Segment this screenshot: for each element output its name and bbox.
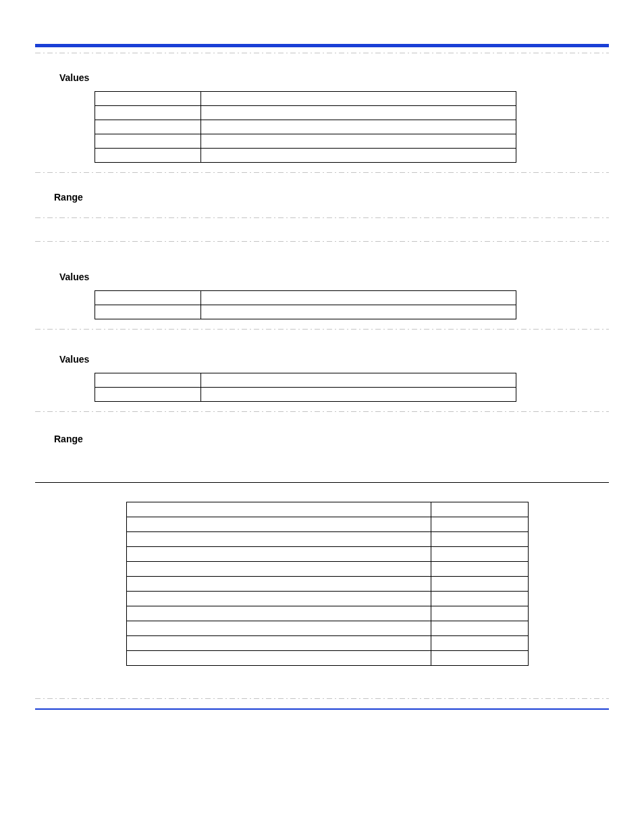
table-cell: [127, 636, 431, 651]
table-cell: [127, 517, 431, 532]
table-cell: [200, 149, 516, 163]
section-label-range-2: Range: [35, 434, 609, 444]
table-row: [95, 149, 516, 163]
table-cell: [127, 592, 431, 606]
table-cell: [95, 291, 201, 305]
divider-dashdot: [35, 172, 609, 173]
solid-divider: [35, 482, 609, 483]
values-table-3: [95, 373, 516, 402]
table-cell: [200, 373, 516, 388]
divider-dashdot: [35, 329, 609, 330]
table-row: [95, 92, 516, 106]
table-row: [127, 562, 529, 577]
divider-dashdot: [35, 241, 609, 242]
table-cell: [431, 532, 529, 547]
section-label-values-3: Values: [35, 354, 609, 365]
table-row: [127, 532, 529, 547]
table-cell: [200, 305, 516, 319]
section-label-values-2: Values: [35, 271, 609, 282]
table-row: [95, 305, 516, 319]
top-blue-rule: [35, 44, 609, 47]
table-cell: [95, 388, 201, 402]
bottom-blue-rule: [35, 708, 609, 710]
table-cell: [127, 651, 431, 666]
table-cell: [127, 547, 431, 562]
section-label-values-1: Values: [35, 72, 609, 83]
values-table-2: [95, 290, 516, 319]
divider-dashdot: [35, 53, 609, 53]
table-cell: [200, 106, 516, 120]
table-row: [127, 592, 529, 606]
table-row: [95, 291, 516, 305]
table-row: [127, 621, 529, 636]
divider-dashdot: [35, 411, 609, 412]
table-cell: [431, 592, 529, 606]
table-cell: [127, 606, 431, 621]
table-row: [127, 547, 529, 562]
table-cell: [95, 106, 201, 120]
table-row: [95, 388, 516, 402]
table-row: [95, 134, 516, 149]
table-row: [127, 636, 529, 651]
table-cell: [431, 547, 529, 562]
table-cell: [431, 606, 529, 621]
table-cell: [431, 651, 529, 666]
table-row: [95, 373, 516, 388]
table-cell: [127, 621, 431, 636]
table-cell: [431, 621, 529, 636]
table-cell: [431, 502, 529, 517]
table-cell: [200, 291, 516, 305]
table-cell: [200, 120, 516, 134]
table-cell: [200, 388, 516, 402]
table-cell: [127, 532, 431, 547]
table-row: [127, 502, 529, 517]
table-cell: [95, 92, 201, 106]
table-cell: [431, 577, 529, 592]
table-row: [127, 577, 529, 592]
table-row: [127, 517, 529, 532]
values-table-1: [95, 91, 516, 163]
section-label-range-1: Range: [35, 192, 609, 203]
document-page: Values Range Values Values Range: [0, 0, 644, 737]
table-cell: [95, 120, 201, 134]
table-row: [127, 606, 529, 621]
table-cell: [127, 562, 431, 577]
table-cell: [95, 373, 201, 388]
table-cell: [127, 577, 431, 592]
table-cell: [95, 305, 201, 319]
table-cell: [431, 562, 529, 577]
table-cell: [431, 517, 529, 532]
table-cell: [431, 636, 529, 651]
table-cell: [200, 92, 516, 106]
table-cell: [127, 502, 431, 517]
table-row: [95, 120, 516, 134]
table-cell: [200, 134, 516, 149]
table-row: [95, 106, 516, 120]
table-row: [127, 651, 529, 666]
table-cell: [95, 134, 201, 149]
large-table: [126, 502, 529, 666]
table-cell: [95, 149, 201, 163]
